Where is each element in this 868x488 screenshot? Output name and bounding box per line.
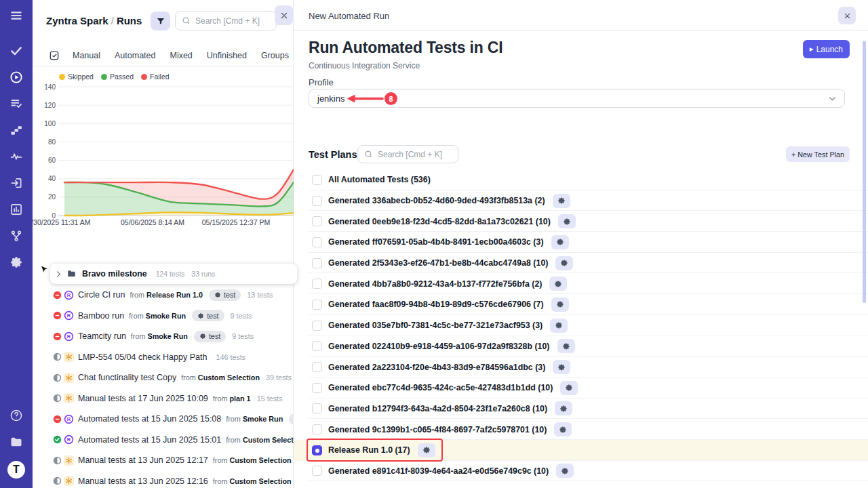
plan-checkbox[interactable] [312,321,322,331]
close-dialog-button[interactable] [838,7,856,24]
plan-checkbox[interactable] [312,258,322,268]
tab-manual[interactable]: Manual [73,51,100,60]
tab-automated[interactable]: Automated [115,51,155,60]
test-plan-row[interactable]: Generated 2a223104-f20e-4b43-83d9-e78459… [294,357,868,378]
launch-button[interactable]: ▶ Launch [803,40,850,58]
milestone-runs-count: 33 runs [191,270,215,278]
gear-icon[interactable] [557,339,575,353]
list-check-icon[interactable] [9,96,24,111]
breadcrumb-page[interactable]: Runs [117,15,142,26]
tab-mixed[interactable]: Mixed [170,51,192,60]
test-plan-row[interactable]: All Automated Tests (536) [294,169,868,190]
folder-icon[interactable] [9,434,24,449]
breadcrumb-project[interactable]: Zyntra Spark [46,15,108,26]
run-row[interactable]: Manual tests at 17 Jun 2025 10:09from pl… [33,388,293,409]
test-plan-row[interactable]: Generated 022410b9-e918-4459-a106-97d2a9… [294,336,868,357]
runs-search-input[interactable]: Search [Cmd + K] [175,11,277,30]
plan-checkbox[interactable] [312,216,322,226]
run-row[interactable]: LMP-554 05/04 check Happy Path146 tests [33,347,293,368]
close-panel-button[interactable] [275,5,293,25]
plan-checkbox[interactable] [312,403,322,413]
test-plan-row[interactable]: Generated 2f5343e3-ef26-47b1-be8b-44cabc… [294,253,868,274]
tab-unfinished[interactable]: Unfinished [207,51,247,60]
plan-checkbox[interactable] [312,175,322,185]
test-badge[interactable]: test [209,289,241,301]
gear-icon[interactable] [553,194,570,208]
select-runs-icon[interactable] [49,50,60,61]
breadcrumb[interactable]: Zyntra Spark/Runs [46,15,142,26]
test-plan-row[interactable]: Generated 035e7bf0-7381-4c5c-be77-321e73… [294,315,868,336]
plan-checkbox[interactable] [312,383,322,393]
milestone-tests-count: 124 tests [156,270,185,278]
plan-checkbox[interactable] [312,279,322,289]
gear-icon[interactable] [554,422,572,436]
new-test-plan-button[interactable]: + New Test Plan [786,146,850,162]
gear-icon[interactable] [560,381,578,395]
test-plans-search-input[interactable]: Search [Cmd + K] [357,145,458,163]
play-circle-icon[interactable] [9,70,24,85]
run-row[interactable]: RTeamcity runfrom Smoke Runtest9 tests [33,326,293,347]
legend-dot [59,74,65,80]
menu-icon[interactable] [9,8,24,23]
gear-icon[interactable] [551,235,569,249]
plan-checkbox[interactable] [312,341,322,351]
gear-icon[interactable] [551,298,569,312]
activity-icon[interactable] [9,149,24,164]
run-source: from Custom Selection [213,477,292,485]
test-plan-row[interactable]: Generated e891c41f-8039-4e64-aa24-e0d56e… [294,461,868,482]
branch-icon[interactable] [9,228,24,243]
scrollbar[interactable] [863,41,866,303]
chevron-down-icon [828,94,837,103]
gear-icon[interactable] [558,214,576,228]
test-plan-row[interactable]: Generated faac8f09-94b8-4b19-89d9-c576cd… [294,294,868,315]
milestone-row[interactable]: Bravo milestone 124 tests 33 runs [50,264,297,284]
gear-icon[interactable] [418,443,435,458]
steps-icon[interactable] [9,123,24,138]
test-plan-row[interactable]: Generated 336abecb-0b52-4d60-9ded-493f3f… [294,190,868,211]
plan-checkbox[interactable] [312,445,322,455]
plan-checkbox[interactable] [312,466,322,476]
test-plan-row[interactable]: Generated ebc77c4d-9635-424c-ac5e-427483… [294,378,868,399]
svg-text:R: R [67,333,71,340]
plan-checkbox[interactable] [312,237,322,247]
plan-checkbox[interactable] [312,424,322,434]
gear-icon[interactable] [550,319,568,333]
gear-icon[interactable] [556,464,574,478]
test-plan-row[interactable]: Generated 4bb7a8b0-9212-43a4-b137-f772fe… [294,273,868,294]
run-row[interactable]: RBamboo runfrom Smoke Runtest9 tests [33,306,293,327]
gear-icon[interactable] [9,255,24,270]
tab-groups[interactable]: Groups [261,51,289,60]
plan-checkbox[interactable] [312,362,322,372]
test-badge[interactable]: test [194,331,226,342]
gear-icon[interactable] [555,256,573,270]
filter-button[interactable] [151,12,170,30]
test-badge[interactable]: test [192,310,224,321]
app-logo[interactable]: T [7,461,25,479]
run-title: Manual tests at 13 Jun 2025 12:16 [78,476,208,486]
plan-checkbox[interactable] [312,300,322,310]
test-plan-row[interactable]: Generated 9c1399b1-c065-4f84-8697-7af2c5… [294,419,868,440]
gear-icon[interactable] [553,360,570,374]
svg-text:140: 140 [44,83,56,91]
sparkle-icon [64,455,74,466]
help-icon[interactable] [9,408,24,423]
chevron-right-icon[interactable] [55,270,62,278]
run-row[interactable]: RCircle CI runfrom Release Run 1.0test13… [33,285,293,306]
test-plan-row[interactable]: Generated ff076591-05ab-4b4b-8491-1ecb00… [294,232,868,253]
gear-icon[interactable] [555,401,572,415]
run-row[interactable]: Manual tests at 13 Jun 2025 12:17from Cu… [33,450,293,471]
run-row[interactable]: Chat functinality test Copyfrom Custom S… [33,367,293,388]
gear-icon[interactable] [549,277,567,291]
plan-checkbox[interactable] [312,196,322,206]
check-icon[interactable] [9,43,24,58]
test-plan-row[interactable]: Release Run 1.0 (17) [294,440,868,461]
run-row[interactable]: RAutomated tests at 15 Jun 2025 15:08fro… [33,409,293,430]
svg-text:120: 120 [44,102,56,109]
run-row[interactable]: RAutomated tests at 15 Jun 2025 15:01fro… [33,430,293,451]
bar-chart-icon[interactable] [9,202,24,217]
funnel-icon [156,16,165,26]
run-row[interactable]: Manual tests at 13 Jun 2025 12:16from Cu… [33,471,293,488]
test-plan-row[interactable]: Generated b12794f3-643a-4a2d-8504-23f1e7… [294,399,868,420]
test-plan-row[interactable]: Generated 0eeb9e18-f23d-4cd5-82dd-8a1a73… [294,211,868,232]
import-icon[interactable] [9,176,24,190]
